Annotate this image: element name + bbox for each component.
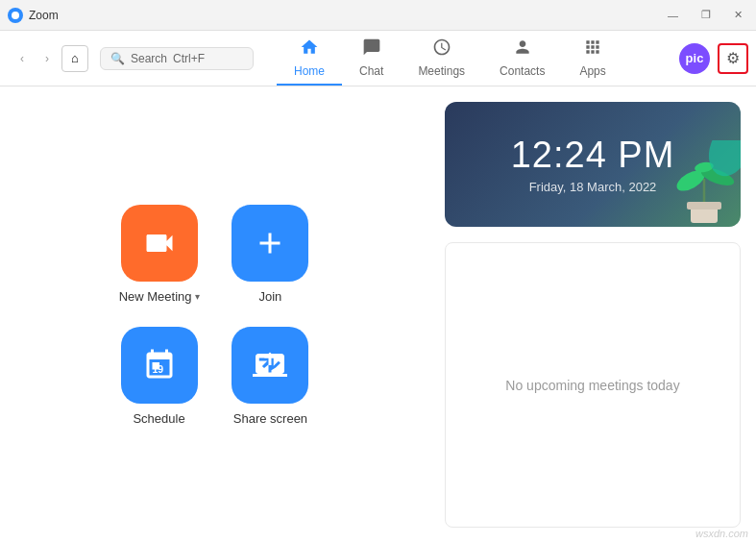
right-panel: 12:24 PM Friday, 18 March, 2022 No	[429, 86, 756, 543]
chat-icon	[362, 37, 381, 62]
nav-forward-button[interactable]: ›	[37, 48, 58, 69]
gear-icon: ⚙	[726, 49, 740, 67]
search-icon: 🔍	[110, 52, 125, 65]
main-content: New Meeting ▾ Join 19 Schedule	[0, 86, 756, 543]
maximize-button[interactable]: ❐	[695, 7, 717, 23]
svg-rect-3	[687, 202, 721, 210]
tab-chat-label: Chat	[359, 64, 383, 78]
watermark: wsxdn.com	[695, 528, 748, 539]
home-icon	[300, 37, 319, 62]
close-button[interactable]: ✕	[728, 7, 748, 23]
join-button[interactable]	[232, 205, 308, 282]
tab-chat[interactable]: Chat	[342, 31, 401, 86]
tab-meetings-label: Meetings	[418, 64, 465, 78]
app-title: Zoom	[29, 9, 59, 22]
left-panel: New Meeting ▾ Join 19 Schedule	[0, 86, 429, 543]
nav-bar: ‹ › ⌂ 🔍 Search Ctrl+F Home Chat Meetings	[0, 31, 756, 86]
meetings-area: No upcoming meetings today	[445, 242, 741, 528]
apps-icon	[583, 37, 602, 62]
clock-date: Friday, 18 March, 2022	[529, 180, 657, 194]
nav-back-button[interactable]: ‹	[12, 48, 33, 69]
minimize-button[interactable]: —	[662, 7, 684, 23]
schedule-label: Schedule	[133, 411, 184, 426]
zoom-logo	[8, 8, 23, 23]
contacts-icon	[513, 37, 532, 62]
search-shortcut: Ctrl+F	[173, 52, 205, 65]
no-meetings-text: No upcoming meetings today	[505, 378, 679, 393]
tab-apps[interactable]: Apps	[562, 31, 622, 86]
clock-card: 12:24 PM Friday, 18 March, 2022	[445, 102, 741, 227]
schedule-item: 19 Schedule	[119, 327, 200, 426]
window-controls[interactable]: — ❐ ✕	[662, 7, 748, 23]
new-meeting-label: New Meeting ▾	[119, 289, 200, 304]
svg-point-0	[12, 12, 19, 19]
title-bar: Zoom — ❐ ✕	[0, 0, 756, 31]
title-bar-left: Zoom	[8, 8, 59, 23]
join-label: Join	[259, 289, 282, 304]
tab-apps-label: Apps	[579, 64, 605, 78]
clock-time: 12:24 PM	[511, 135, 675, 176]
tab-contacts-label: Contacts	[500, 64, 545, 78]
schedule-button[interactable]: 19	[121, 327, 198, 404]
tab-home-label: Home	[294, 64, 325, 78]
action-grid: New Meeting ▾ Join 19 Schedule	[119, 205, 311, 426]
avatar-text: pic	[686, 51, 704, 65]
tab-meetings[interactable]: Meetings	[401, 31, 482, 86]
search-label: Search	[131, 52, 167, 65]
nav-tabs: Home Chat Meetings Contacts Apps	[277, 31, 623, 86]
plant-decoration	[664, 140, 741, 227]
share-screen-label: Share screen	[233, 411, 307, 426]
meetings-icon	[432, 37, 451, 62]
avatar[interactable]: pic	[679, 43, 710, 74]
join-item: Join	[231, 205, 311, 304]
settings-button[interactable]: ⚙	[718, 43, 748, 74]
nav-home-button[interactable]: ⌂	[61, 45, 88, 72]
dropdown-arrow-icon: ▾	[195, 291, 200, 302]
tab-home[interactable]: Home	[277, 31, 342, 86]
new-meeting-button[interactable]	[121, 205, 198, 282]
svg-text:19: 19	[152, 362, 163, 374]
share-screen-button[interactable]	[232, 327, 308, 404]
search-box[interactable]: 🔍 Search Ctrl+F	[100, 47, 254, 70]
new-meeting-item: New Meeting ▾	[119, 205, 200, 304]
share-screen-item: Share screen	[231, 327, 311, 426]
nav-left-controls: ‹ › ⌂	[12, 45, 88, 72]
tab-contacts[interactable]: Contacts	[482, 31, 562, 86]
